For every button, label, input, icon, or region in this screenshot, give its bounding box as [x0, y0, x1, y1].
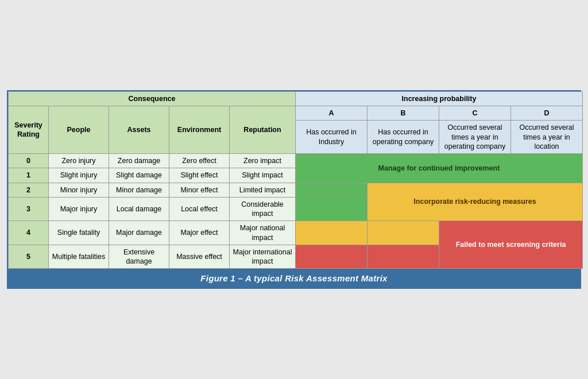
zone-green-2a	[296, 183, 368, 197]
people-1: Slight injury	[49, 168, 109, 183]
environment-0: Zero effect	[169, 154, 230, 168]
col-d-letter: D	[511, 106, 583, 121]
zone-yellow-4b	[368, 221, 439, 245]
col-d-desc: Occurred several times a year in locatio…	[511, 121, 583, 154]
zone-incorporate: Incorporate risk-reducing measures	[368, 183, 583, 221]
severity-rating-header: Severity Rating	[9, 106, 49, 154]
reputation-1: Slight impact	[230, 168, 296, 183]
zone-failed: Failed to meet screening criteria	[439, 221, 583, 269]
environment-3: Local effect	[169, 197, 230, 221]
col-a-desc: Has occurred in Industry	[296, 121, 368, 154]
environment-5: Massive effect	[169, 245, 230, 269]
assets-0: Zero damage	[109, 154, 169, 168]
consequence-header: Consequence	[9, 91, 296, 106]
environment-1: Slight effect	[169, 168, 230, 183]
col-b-desc: Has occurred in operating company	[368, 121, 439, 154]
zone-manage: Manage for continued improvement	[296, 154, 583, 183]
assets-5: Extensive damage	[109, 245, 169, 269]
zone-yellow-4a	[296, 221, 368, 245]
people-4: Single fatality	[49, 221, 109, 245]
severity-2: 2	[9, 183, 49, 197]
reputation-5: Major international impact	[230, 245, 296, 269]
col-c-letter: C	[439, 106, 511, 121]
environment-2: Minor effect	[169, 183, 230, 197]
severity-1: 1	[9, 168, 49, 183]
table-row: 2 Minor injury Minor damage Minor effect…	[9, 183, 583, 197]
severity-5: 5	[9, 245, 49, 269]
reputation-4: Major national impact	[230, 221, 296, 245]
people-3: Major injury	[49, 197, 109, 221]
reputation-2: Limited impact	[230, 183, 296, 197]
people-0: Zero injury	[49, 154, 109, 168]
col-b-letter: B	[368, 106, 439, 121]
reputation-3: Considerable impact	[230, 197, 296, 221]
risk-matrix-table: Consequence Increasing probability Sever…	[8, 91, 583, 269]
environment-4: Major effect	[169, 221, 230, 245]
assets-2: Minor damage	[109, 183, 169, 197]
reputation-header: Reputation	[230, 106, 296, 154]
assets-1: Slight damage	[109, 168, 169, 183]
zone-red-5a	[296, 245, 368, 269]
assets-4: Major damage	[109, 221, 169, 245]
risk-matrix-wrapper: Consequence Increasing probability Sever…	[7, 90, 581, 289]
assets-3: Local damage	[109, 197, 169, 221]
people-header: People	[49, 106, 109, 154]
environment-header: Environment	[169, 106, 230, 154]
people-2: Minor injury	[49, 183, 109, 197]
assets-header: Assets	[109, 106, 169, 154]
severity-4: 4	[9, 221, 49, 245]
probability-header: Increasing probability	[296, 91, 583, 106]
table-row: 4 Single fatality Major damage Major eff…	[9, 221, 583, 245]
severity-3: 3	[9, 197, 49, 221]
figure-caption: Figure 1 – A typical Risk Assessment Mat…	[8, 269, 580, 288]
col-a-letter: A	[296, 106, 368, 121]
zone-red-5b	[368, 245, 439, 269]
people-5: Multiple fatalities	[49, 245, 109, 269]
col-c-desc: Occurred several times a year in operati…	[439, 121, 511, 154]
table-row: 0 Zero injury Zero damage Zero effect Ze…	[9, 154, 583, 168]
severity-0: 0	[9, 154, 49, 168]
reputation-0: Zero impact	[230, 154, 296, 168]
zone-green-3a	[296, 197, 368, 221]
